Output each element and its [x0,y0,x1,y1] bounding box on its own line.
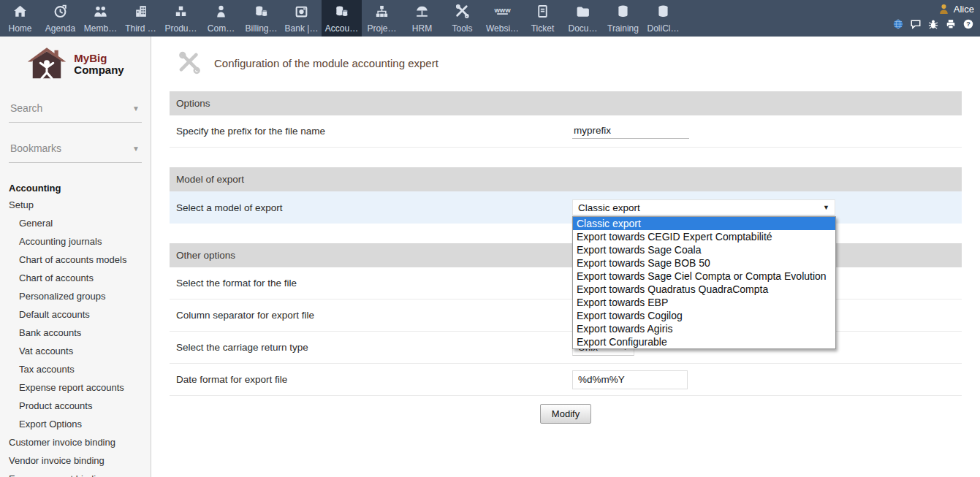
export-model-option[interactable]: Export towards Sage Coala [573,243,835,256]
options-section: Options Specify the prefix for the file … [170,91,962,148]
nav-tab-accountancy[interactable]: Accou… [322,0,362,37]
sidebar-item-expense-report-binding[interactable]: Expense report binding [0,470,151,477]
actions-row: Modify [170,396,962,424]
sidebar-item-chart-of-accounts-models[interactable]: Chart of accounts models [0,251,151,269]
org-chart-icon [373,4,390,19]
nav-tab-home[interactable]: Home [0,0,40,37]
sidebar-item-customer-invoice-binding[interactable]: Customer invoice binding [0,433,151,451]
logo-line2: Company [74,64,124,76]
company-logo[interactable]: MyBig Company [13,46,137,83]
modify-button[interactable]: Modify [540,404,591,424]
sidebar-menu: Setup General Accounting journals Chart … [0,196,151,477]
sidebar-item-accounting-journals[interactable]: Accounting journals [0,232,151,251]
config-table: Options Specify the prefix for the file … [170,91,962,424]
nav-tab-third-parties[interactable]: Third … [121,0,161,37]
bank-icon [293,4,310,19]
carriage-return-label: Select the carriage return type [170,342,572,353]
nav-tab-billing[interactable]: Billing… [241,0,281,37]
sidebar-item-tax-accounts[interactable]: Tax accounts [0,360,151,378]
building-icon [132,4,149,19]
chevron-down-icon: ▼ [132,104,140,112]
sidebar-section-title: Accounting [9,183,151,194]
person-icon [213,4,229,19]
members-icon [92,4,109,19]
sidebar-item-vendor-invoice-binding[interactable]: Vendor invoice binding [0,451,151,470]
prefix-label: Specify the prefix for the file name [170,126,572,137]
sidebar-item-export-options[interactable]: Export Options [0,415,151,433]
export-model-option[interactable]: Export towards Quadratus QuadraCompta [573,283,835,296]
search-label: Search [10,102,42,114]
sidebar-item-chart-of-accounts[interactable]: Chart of accounts [0,269,151,287]
carriage-return-row: Select the carriage return type Unix ▼ [170,332,962,364]
user-menu[interactable]: Alice [938,3,974,15]
main-menu: Home Agenda Memb… Third … Produ… [0,0,683,37]
date-format-row: Date format for export file [170,364,962,396]
nav-tab-agenda[interactable]: Agenda [40,0,80,37]
prefix-input[interactable] [572,123,689,139]
sidebar-item-expense-report-accounts[interactable]: Expense report accounts [0,378,151,397]
sidebar: MyBig Company Search ▼ Bookmarks ▼ Accou… [0,37,151,477]
coins-icon [333,4,350,19]
main-content: Configuration of the module accounting e… [152,37,980,477]
nav-tab-commercial[interactable]: Com… [201,0,241,37]
nav-tab-projects[interactable]: Proje… [362,0,402,37]
export-model-selected-value: Classic export [578,202,640,213]
topbar-right: Alice [886,0,980,37]
nav-tab-training[interactable]: Training [603,0,643,37]
nav-tab-tools[interactable]: Tools [442,0,482,37]
setup-tools-icon [175,50,203,75]
print-icon[interactable] [945,18,957,30]
export-model-option[interactable]: Export towards Agiris [573,322,835,335]
sidebar-item-bank-accounts[interactable]: Bank accounts [0,324,151,342]
options-section-header: Options [170,91,962,115]
export-model-select[interactable]: Classic export ▼ [572,199,835,215]
other-options-header: Other options [170,243,962,267]
export-model-option[interactable]: Export towards Sage BOB 50 [573,256,835,270]
calendar-clock-icon [52,4,69,19]
coins-icon [253,4,270,19]
export-model-dropdown: Classic export Export towards CEGID Expe… [572,216,836,349]
sidebar-item-general[interactable]: General [0,214,151,232]
export-model-option[interactable]: Classic export [573,217,835,230]
home-icon [12,4,29,19]
hrm-icon [414,4,430,19]
page-title: Configuration of the module accounting e… [214,57,438,69]
user-name: Alice [954,4,974,15]
export-model-option[interactable]: Export towards Cogilog [573,309,835,322]
logo-text: MyBig Company [74,53,124,76]
column-separator-label: Column separator for export file [170,310,572,321]
sidebar-item-setup[interactable]: Setup [0,196,151,214]
nav-tab-bank[interactable]: Bank |… [281,0,322,37]
globe-icon[interactable] [892,18,904,30]
nav-tab-documents[interactable]: Docu… [563,0,603,37]
nav-tab-website[interactable]: Websi… [482,0,523,37]
export-model-label: Select a model of export [170,202,572,213]
nav-tab-dolicloud[interactable]: DoliCl… [643,0,683,37]
chat-bubble-icon[interactable] [910,18,922,30]
column-separator-row: Column separator for export file [170,299,962,332]
sidebar-item-personalized-groups[interactable]: Personalized groups [0,287,151,305]
nav-tab-products[interactable]: Produ… [161,0,201,37]
date-format-input[interactable] [572,370,688,389]
export-model-option[interactable]: Export towards CEGID Expert Comptabilité [573,230,835,243]
nav-tab-ticket[interactable]: Ticket [523,0,563,37]
help-icon[interactable] [962,18,974,30]
other-options-section: Other options Select the format for the … [170,243,962,396]
top-navbar: Home Agenda Memb… Third … Produ… [0,0,980,37]
search-dropdown[interactable]: Search ▼ [9,100,142,123]
date-format-label: Date format for export file [170,374,572,385]
bookmarks-dropdown[interactable]: Bookmarks ▼ [9,140,142,163]
sidebar-item-default-accounts[interactable]: Default accounts [0,305,151,324]
file-format-row: Select the format for the file [170,267,962,299]
nav-tab-members[interactable]: Memb… [80,0,121,37]
chevron-down-icon: ▼ [132,145,140,153]
folder-icon [574,4,591,19]
export-model-option[interactable]: Export towards EBP [573,296,835,309]
quick-icons [892,18,974,30]
nav-tab-hrm[interactable]: HRM [402,0,442,37]
export-model-option[interactable]: Export Configurable [573,335,835,348]
export-model-option[interactable]: Export towards Sage Ciel Compta or Compt… [573,270,835,283]
sidebar-item-vat-accounts[interactable]: Vat accounts [0,342,151,360]
bug-report-icon[interactable] [927,18,939,30]
sidebar-item-product-accounts[interactable]: Product accounts [0,397,151,415]
